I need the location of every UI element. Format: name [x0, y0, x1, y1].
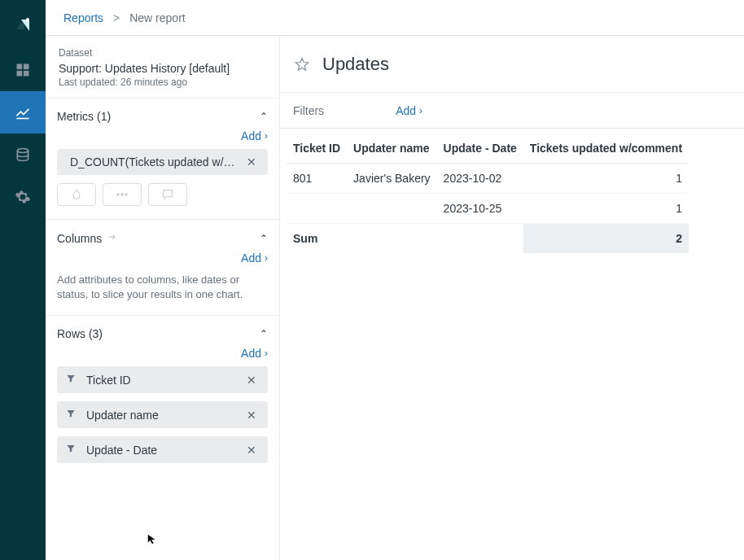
svg-marker-11: [296, 58, 309, 70]
metric-chip-remove[interactable]: ✕: [243, 155, 260, 168]
row-chip-remove[interactable]: ✕: [243, 444, 260, 457]
row-chip-label: Ticket ID: [81, 374, 131, 387]
app-nav-rail: [0, 0, 46, 560]
add-label: Add: [241, 252, 261, 265]
filters-row: Filters Add ›: [280, 93, 744, 129]
columns-add-link[interactable]: Add ›: [241, 252, 268, 265]
table-row: 801 Javier's Bakery 2023-10-02 1: [287, 164, 689, 194]
metrics-section: Metrics (1) ⌃ Add › D_COUNT(Tickets upda…: [46, 98, 279, 220]
dataset-label: Dataset: [59, 47, 266, 59]
report-header: Updates: [280, 36, 744, 93]
tool-format[interactable]: [103, 183, 142, 206]
metrics-title: Metrics (1): [57, 110, 111, 123]
cell-ticket-id: 801: [287, 164, 347, 194]
svg-point-10: [125, 194, 128, 196]
cell-updater: Javier's Bakery: [347, 164, 436, 194]
table-sum-row: Sum 2: [287, 224, 689, 254]
columns-header[interactable]: Columns ⌃: [57, 220, 268, 250]
metric-toolbar: [57, 183, 268, 206]
cell-value: 1: [523, 164, 689, 194]
row-chip-remove[interactable]: ✕: [243, 374, 260, 387]
cell-updater: [347, 194, 436, 224]
tool-chat[interactable]: [148, 183, 187, 206]
row-chip-update-date[interactable]: Update - Date ✕: [57, 436, 268, 463]
chevron-right-icon: ›: [265, 252, 268, 264]
config-side-panel: Dataset Support: Updates History [defaul…: [46, 36, 280, 560]
rows-title: Rows (3): [57, 327, 103, 340]
rows-section: Rows (3) ⌃ Add › Ticket ID ✕: [46, 316, 279, 484]
metrics-add-link[interactable]: Add ›: [241, 129, 268, 142]
filters-add-link[interactable]: Add ›: [396, 104, 422, 117]
filters-label: Filters: [293, 104, 324, 117]
main-area: Reports > New report Dataset Support: Up…: [46, 0, 744, 560]
metric-chip[interactable]: D_COUNT(Tickets updated w/… ✕: [57, 149, 268, 175]
add-label: Add: [241, 129, 261, 142]
rows-add-link[interactable]: Add ›: [241, 347, 268, 360]
chevron-right-icon: ›: [265, 130, 268, 142]
row-chip-ticket-id[interactable]: Ticket ID ✕: [57, 366, 268, 393]
columns-title-text: Columns: [57, 232, 102, 245]
favorite-star-icon[interactable]: [293, 55, 311, 73]
chevron-up-icon: ⌃: [260, 111, 268, 122]
cell-value: 1: [523, 194, 689, 224]
col-updater-name[interactable]: Updater name: [347, 133, 436, 164]
row-chip-label: Update - Date: [81, 444, 157, 457]
add-label: Add: [241, 347, 261, 360]
sum-value: 2: [523, 224, 689, 254]
app-logo: [0, 8, 46, 41]
arrow-icon: [107, 231, 118, 245]
workspace: Dataset Support: Updates History [defaul…: [46, 36, 744, 560]
breadcrumb-separator: >: [113, 11, 120, 24]
cell-date: 2023-10-25: [437, 194, 523, 224]
columns-title: Columns: [57, 231, 118, 245]
svg-rect-4: [24, 64, 29, 70]
chevron-up-icon: ⌃: [260, 328, 268, 339]
col-update-date[interactable]: Update - Date: [437, 133, 523, 164]
metrics-header[interactable]: Metrics (1) ⌃: [57, 98, 268, 128]
report-title[interactable]: Updates: [322, 54, 389, 75]
svg-rect-5: [17, 71, 23, 77]
row-chip-updater-name[interactable]: Updater name ✕: [57, 401, 268, 428]
table-header-row: Ticket ID Updater name Update - Date Tic…: [287, 133, 689, 164]
row-chip-remove[interactable]: ✕: [243, 409, 260, 422]
cell-ticket-id: [287, 194, 347, 224]
chevron-up-icon: ⌃: [260, 233, 268, 244]
nav-reports[interactable]: [0, 91, 46, 133]
dataset-block: Dataset Support: Updates History [defaul…: [46, 36, 279, 98]
filter-icon: [65, 373, 77, 387]
rows-header[interactable]: Rows (3) ⌃: [57, 316, 268, 345]
sum-label: Sum: [287, 224, 347, 254]
table-row: 2023-10-25 1: [287, 194, 689, 224]
svg-rect-6: [24, 71, 29, 77]
chevron-right-icon: ›: [265, 348, 268, 359]
filter-icon: [65, 408, 77, 422]
nav-dashboards[interactable]: [0, 49, 46, 91]
breadcrumb: Reports > New report: [46, 0, 744, 36]
svg-rect-3: [17, 64, 23, 70]
chevron-right-icon: ›: [419, 105, 422, 116]
result-table-wrap: Ticket ID Updater name Update - Date Tic…: [280, 129, 744, 253]
metric-chip-label: D_COUNT(Tickets updated w/…: [65, 155, 235, 168]
col-ticket-id[interactable]: Ticket ID: [287, 133, 347, 164]
nav-datasets[interactable]: [0, 133, 46, 176]
report-area: Updates Filters Add › Ticket ID Updater …: [280, 36, 744, 560]
svg-point-7: [17, 149, 28, 153]
row-chip-label: Updater name: [81, 409, 159, 422]
nav-settings[interactable]: [0, 176, 46, 218]
breadcrumb-root-link[interactable]: Reports: [63, 11, 103, 24]
columns-hint: Add attributes to columns, like dates or…: [57, 271, 268, 302]
dataset-name: Support: Updates History [default]: [59, 62, 266, 75]
filter-icon: [65, 443, 77, 457]
svg-point-8: [117, 194, 120, 196]
col-tickets-updated[interactable]: Tickets updated w/comment: [523, 133, 689, 164]
columns-section: Columns ⌃ Add › Add attributes to column…: [46, 220, 279, 316]
result-table: Ticket ID Updater name Update - Date Tic…: [287, 133, 689, 253]
dataset-updated: Last updated: 26 minutes ago: [59, 77, 266, 88]
tool-color[interactable]: [57, 183, 96, 206]
svg-point-2: [26, 18, 29, 21]
svg-point-9: [121, 194, 124, 196]
add-label: Add: [396, 104, 416, 117]
breadcrumb-current: New report: [129, 11, 185, 24]
cell-date: 2023-10-02: [437, 164, 523, 194]
